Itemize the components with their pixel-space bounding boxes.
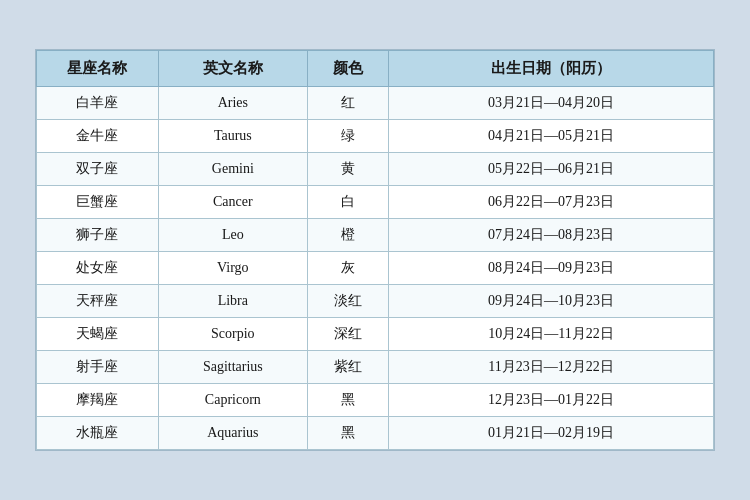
cell-en: Scorpio — [158, 318, 307, 351]
table-row: 金牛座Taurus绿04月21日—05月21日 — [37, 120, 714, 153]
cell-date: 10月24日—11月22日 — [389, 318, 714, 351]
table-row: 水瓶座Aquarius黑01月21日—02月19日 — [37, 417, 714, 450]
cell-zh: 狮子座 — [37, 219, 159, 252]
cell-color: 黄 — [307, 153, 388, 186]
table-row: 射手座Sagittarius紫红11月23日—12月22日 — [37, 351, 714, 384]
cell-zh: 射手座 — [37, 351, 159, 384]
cell-zh: 摩羯座 — [37, 384, 159, 417]
cell-en: Sagittarius — [158, 351, 307, 384]
cell-date: 01月21日—02月19日 — [389, 417, 714, 450]
cell-en: Libra — [158, 285, 307, 318]
cell-date: 08月24日—09月23日 — [389, 252, 714, 285]
cell-en: Leo — [158, 219, 307, 252]
cell-color: 黑 — [307, 384, 388, 417]
cell-color: 红 — [307, 87, 388, 120]
header-color: 颜色 — [307, 51, 388, 87]
cell-date: 12月23日—01月22日 — [389, 384, 714, 417]
cell-zh: 天蝎座 — [37, 318, 159, 351]
table-row: 摩羯座Capricorn黑12月23日—01月22日 — [37, 384, 714, 417]
cell-en: Gemini — [158, 153, 307, 186]
header-date: 出生日期（阳历） — [389, 51, 714, 87]
cell-color: 紫红 — [307, 351, 388, 384]
cell-zh: 金牛座 — [37, 120, 159, 153]
cell-date: 11月23日—12月22日 — [389, 351, 714, 384]
cell-date: 09月24日—10月23日 — [389, 285, 714, 318]
table-row: 狮子座Leo橙07月24日—08月23日 — [37, 219, 714, 252]
table-row: 处女座Virgo灰08月24日—09月23日 — [37, 252, 714, 285]
table-row: 白羊座Aries红03月21日—04月20日 — [37, 87, 714, 120]
cell-color: 绿 — [307, 120, 388, 153]
cell-zh: 白羊座 — [37, 87, 159, 120]
zodiac-table-container: 星座名称 英文名称 颜色 出生日期（阳历） 白羊座Aries红03月21日—04… — [35, 49, 715, 451]
header-zh-name: 星座名称 — [37, 51, 159, 87]
table-row: 天蝎座Scorpio深红10月24日—11月22日 — [37, 318, 714, 351]
cell-en: Taurus — [158, 120, 307, 153]
cell-zh: 双子座 — [37, 153, 159, 186]
cell-color: 淡红 — [307, 285, 388, 318]
cell-en: Cancer — [158, 186, 307, 219]
cell-zh: 巨蟹座 — [37, 186, 159, 219]
header-en-name: 英文名称 — [158, 51, 307, 87]
cell-color: 深红 — [307, 318, 388, 351]
cell-en: Aries — [158, 87, 307, 120]
cell-en: Virgo — [158, 252, 307, 285]
cell-date: 03月21日—04月20日 — [389, 87, 714, 120]
table-row: 天秤座Libra淡红09月24日—10月23日 — [37, 285, 714, 318]
table-header-row: 星座名称 英文名称 颜色 出生日期（阳历） — [37, 51, 714, 87]
cell-zh: 水瓶座 — [37, 417, 159, 450]
cell-date: 07月24日—08月23日 — [389, 219, 714, 252]
cell-date: 05月22日—06月21日 — [389, 153, 714, 186]
cell-zh: 天秤座 — [37, 285, 159, 318]
cell-en: Aquarius — [158, 417, 307, 450]
table-row: 巨蟹座Cancer白06月22日—07月23日 — [37, 186, 714, 219]
cell-color: 黑 — [307, 417, 388, 450]
cell-en: Capricorn — [158, 384, 307, 417]
table-row: 双子座Gemini黄05月22日—06月21日 — [37, 153, 714, 186]
cell-zh: 处女座 — [37, 252, 159, 285]
cell-color: 灰 — [307, 252, 388, 285]
cell-date: 06月22日—07月23日 — [389, 186, 714, 219]
zodiac-table: 星座名称 英文名称 颜色 出生日期（阳历） 白羊座Aries红03月21日—04… — [36, 50, 714, 450]
cell-color: 橙 — [307, 219, 388, 252]
cell-date: 04月21日—05月21日 — [389, 120, 714, 153]
cell-color: 白 — [307, 186, 388, 219]
